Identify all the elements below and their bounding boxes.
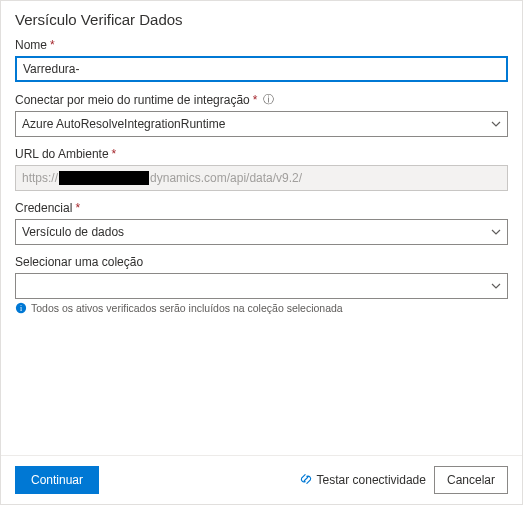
env-url-suffix: dynamics.com/api/data/v9.2/ <box>150 171 302 185</box>
field-env-url: URL do Ambiente * https://dynamics.com/a… <box>15 147 508 191</box>
field-credential: Credencial* Versículo de dados <box>15 201 508 245</box>
required-marker: * <box>112 147 117 161</box>
cancel-button[interactable]: Cancelar <box>434 466 508 494</box>
label-runtime-text: Conectar por meio do runtime de integraç… <box>15 93 250 107</box>
collection-hint: i Todos os ativos verificados serão incl… <box>15 302 508 316</box>
test-connectivity-link[interactable]: Testar conectividade <box>299 472 426 489</box>
field-collection: Selecionar uma coleção i Todos os ativos… <box>15 255 508 316</box>
label-runtime: Conectar por meio do runtime de integraç… <box>15 92 508 107</box>
label-credential: Credencial* <box>15 201 508 215</box>
spacer <box>15 326 508 455</box>
env-url-prefix: https:// <box>22 171 58 185</box>
name-input[interactable] <box>15 56 508 82</box>
svg-text:i: i <box>20 304 22 313</box>
scan-setup-panel: Versículo Verificar Dados Nome* Conectar… <box>1 1 522 504</box>
runtime-select-value: Azure AutoResolveIntegrationRuntime <box>22 117 225 131</box>
label-env-url: URL do Ambiente * <box>15 147 508 161</box>
label-name: Nome* <box>15 38 508 52</box>
runtime-select[interactable]: Azure AutoResolveIntegrationRuntime <box>15 111 508 137</box>
label-collection-text: Selecionar uma coleção <box>15 255 143 269</box>
credential-select[interactable]: Versículo de dados <box>15 219 508 245</box>
field-name: Nome* <box>15 38 508 82</box>
label-env-url-text: URL do Ambiente <box>15 147 109 161</box>
required-marker: * <box>50 38 55 52</box>
label-name-text: Nome <box>15 38 47 52</box>
test-connectivity-label: Testar conectividade <box>317 473 426 487</box>
label-credential-text: Credencial <box>15 201 72 215</box>
env-url-display: https://dynamics.com/api/data/v9.2/ <box>15 165 508 191</box>
field-runtime: Conectar por meio do runtime de integraç… <box>15 92 508 137</box>
label-collection: Selecionar uma coleção <box>15 255 508 269</box>
panel-title: Versículo Verificar Dados <box>15 11 508 28</box>
credential-select-value: Versículo de dados <box>22 225 124 239</box>
info-icon[interactable]: ⓘ <box>263 92 274 107</box>
panel-footer: Continuar Testar conectividade Cancelar <box>1 455 522 504</box>
link-icon <box>299 472 313 489</box>
collection-hint-text: Todos os ativos verificados serão incluí… <box>31 302 343 314</box>
required-marker: * <box>75 201 80 215</box>
continue-button[interactable]: Continuar <box>15 466 99 494</box>
env-url-redacted <box>59 171 149 185</box>
required-marker: * <box>253 93 258 107</box>
collection-select[interactable] <box>15 273 508 299</box>
info-icon: i <box>15 302 27 316</box>
